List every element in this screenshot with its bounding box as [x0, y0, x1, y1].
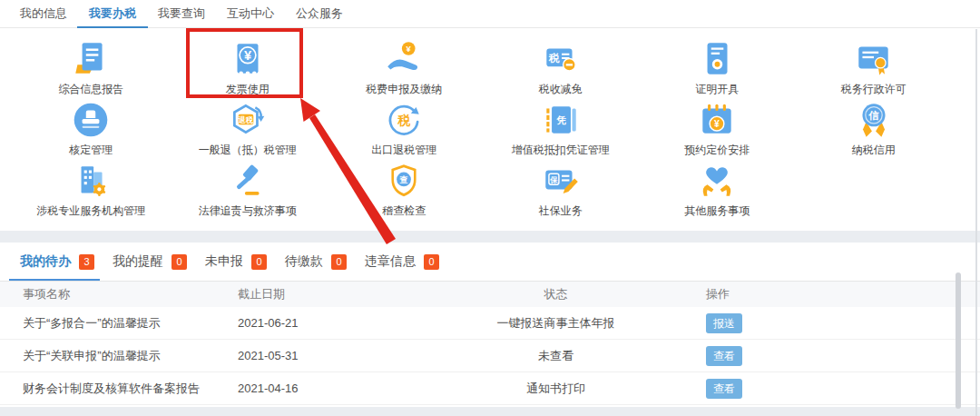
grid-item-legal-remedy[interactable]: 法律追责与救济事项: [170, 158, 327, 219]
action-cell: 查看: [676, 346, 980, 366]
submit-button[interactable]: 报送: [706, 313, 742, 333]
tab-pending-payment[interactable]: 待缴款0: [285, 243, 347, 281]
grid-item-label: 证明开具: [695, 82, 739, 97]
grid-item-label: 预约定价安排: [684, 143, 750, 158]
tab-count-badge: 0: [251, 254, 267, 270]
window-edge-line: [975, 29, 977, 416]
item-name: 关于“多报合一”的温馨提示: [0, 315, 215, 332]
svg-text:¥: ¥: [244, 48, 252, 63]
todo-table-body: 关于“多报合一”的温馨提示2021-06-21一键报送商事主体年报报送关于“关联…: [0, 307, 980, 405]
grid-item-assessment-management[interactable]: 核定管理: [13, 97, 170, 158]
column-header: 状态: [436, 286, 676, 302]
grid-item-tax-admin-license[interactable]: 税务行政许可: [796, 36, 953, 97]
grid-item-label: 社保业务: [539, 203, 583, 219]
vertical-scrollbar[interactable]: [956, 272, 961, 409]
grid-item-label: 税费申报及缴纳: [366, 82, 442, 97]
table-row: 财务会计制度及核算软件备案报告2021-04-16通知书打印查看: [0, 372, 980, 405]
nav-tab-my-inquiry[interactable]: 我要查询: [158, 0, 205, 27]
tab-label: 违章信息: [365, 253, 416, 270]
tab-count-badge: 0: [424, 254, 439, 270]
nav-tab-public-services[interactable]: 公众服务: [296, 0, 343, 27]
gavel-icon: [227, 160, 269, 202]
grid-item-label: 稽查检查: [382, 203, 426, 219]
invoice-yen-icon: ¥: [227, 38, 269, 80]
table-row: 关于“关联申报”的温馨提示2021-05-31未查看查看: [0, 340, 980, 372]
grid-item-label: 核定管理: [69, 143, 113, 158]
grid-item-label: 涉税专业服务机构管理: [36, 203, 145, 219]
tab-label: 未申报: [205, 253, 243, 270]
grid-item-label: 一般退（抵）税管理: [199, 143, 297, 158]
todo-panel: 我的待办3我的提醒0未申报0待缴款0违章信息0 事项名称截止日期状态操作 关于“…: [0, 243, 980, 407]
item-name: 财务会计制度及核算软件备案报告: [0, 381, 215, 397]
tab-count-badge: 0: [331, 254, 347, 270]
status-text: 通知书打印: [436, 381, 676, 397]
grid-item-tax-service-agency[interactable]: 涉税专业服务机构管理: [13, 158, 170, 219]
todo-tabs-bar: 我的待办3我的提醒0未申报0待缴款0违章信息0: [0, 243, 980, 282]
grid-item-label: 出口退税管理: [371, 143, 436, 158]
grid-item-invoice-usage[interactable]: ¥发票使用: [170, 36, 327, 97]
certificate-icon: [696, 38, 738, 80]
svg-text:¥: ¥: [407, 44, 412, 54]
grid-item-tax-filing-payment[interactable]: ¥税费申报及缴纳: [326, 36, 483, 97]
grid-row: 核定管理退税一般退（抵）税管理税出口退税管理凭增值税抵扣凭证管理¥预约定价安排信…: [13, 97, 965, 158]
grid-item-general-tax-refund[interactable]: 退税一般退（抵）税管理: [170, 97, 327, 158]
stamp-icon: [70, 99, 112, 141]
svg-text:保: 保: [549, 175, 558, 184]
grid-item-social-insurance[interactable]: 保社保业务: [483, 158, 640, 219]
tab-label: 我的提醒: [113, 253, 163, 270]
deadline-date: 2021-04-16: [215, 381, 436, 395]
top-nav: 我的信息我要办税我要查询互动中心公众服务: [0, 0, 980, 28]
grid-item-tax-reduction[interactable]: 税税收减免: [483, 36, 640, 97]
separator-band-bottom: [0, 407, 980, 416]
nav-tab-tax-handling[interactable]: 我要办税: [89, 0, 136, 27]
nav-tab-my-info[interactable]: 我的信息: [20, 0, 67, 27]
hand-coin-icon: ¥: [383, 38, 425, 80]
credit-medal-icon: 信: [853, 99, 895, 141]
grid-item-other-services[interactable]: 其他服务事项: [639, 158, 796, 219]
building-gear-icon: [70, 160, 112, 202]
todo-table-header: 事项名称截止日期状态操作: [0, 282, 980, 307]
grid-row: 综合信息报告¥发票使用¥税费申报及缴纳税税收减免证明开具税务行政许可: [13, 36, 965, 97]
svg-text:信: 信: [867, 110, 879, 121]
heart-hands-icon: [696, 160, 738, 202]
grid-row: 涉税专业服务机构管理法律追责与救济事项查稽查检查保社保业务其他服务事项: [13, 158, 965, 219]
grid-item-audit-inspection[interactable]: 查稽查检查: [326, 158, 483, 219]
grid-item-label: 税务行政许可: [841, 82, 906, 97]
action-cell: 查看: [676, 379, 980, 399]
tab-my-todo[interactable]: 我的待办3: [20, 243, 94, 281]
grid-item-certificate-issuance[interactable]: 证明开具: [639, 36, 796, 97]
grid-item-tax-credit[interactable]: 信纳税信用: [796, 97, 953, 158]
grid-item-export-tax-refund[interactable]: 税出口退税管理: [326, 97, 483, 158]
tab-count-badge: 0: [172, 254, 187, 270]
svg-text:¥: ¥: [714, 119, 720, 129]
refund-hexagon-icon: 退税: [227, 99, 269, 141]
nav-tab-interactive-center[interactable]: 互动中心: [227, 0, 274, 27]
svg-text:税: 税: [548, 53, 560, 64]
social-card-icon: 保: [540, 160, 582, 202]
svg-text:退税: 退税: [237, 115, 253, 124]
function-grid: 综合信息报告¥发票使用¥税费申报及缴纳税税收减免证明开具税务行政许可核定管理退税…: [13, 36, 965, 219]
calendar-yen-icon: ¥: [696, 99, 738, 141]
tab-undeclared[interactable]: 未申报0: [205, 243, 267, 281]
todo-table: 事项名称截止日期状态操作 关于“多报合一”的温馨提示2021-06-21一键报送…: [0, 282, 980, 405]
grid-item-vat-deduction-voucher[interactable]: 凭增值税抵扣凭证管理: [483, 97, 640, 158]
grid-item-advance-pricing[interactable]: ¥预约定价安排: [639, 97, 796, 158]
license-ribbon-icon: [853, 38, 895, 80]
refund-cycle-icon: 税: [383, 99, 425, 141]
separator-band: [0, 231, 980, 243]
item-name: 关于“关联申报”的温馨提示: [0, 348, 215, 364]
column-header: 事项名称: [0, 286, 215, 302]
grid-item-label: 增值税抵扣凭证管理: [512, 143, 610, 158]
tax-minus-icon: 税: [540, 38, 582, 80]
shield-check-icon: 查: [383, 160, 425, 202]
grid-item-label: 纳税信用: [852, 143, 896, 158]
column-header: 操作: [676, 286, 980, 302]
view-button[interactable]: 查看: [706, 379, 742, 399]
tab-violation-info[interactable]: 违章信息0: [365, 243, 439, 281]
status-text: 未查看: [436, 348, 676, 364]
grid-item-label: 发票使用: [226, 82, 270, 97]
svg-text:查: 查: [399, 175, 408, 184]
view-button[interactable]: 查看: [706, 346, 742, 366]
tab-my-reminders[interactable]: 我的提醒0: [113, 243, 187, 281]
grid-item-comprehensive-info-report[interactable]: 综合信息报告: [13, 36, 170, 97]
